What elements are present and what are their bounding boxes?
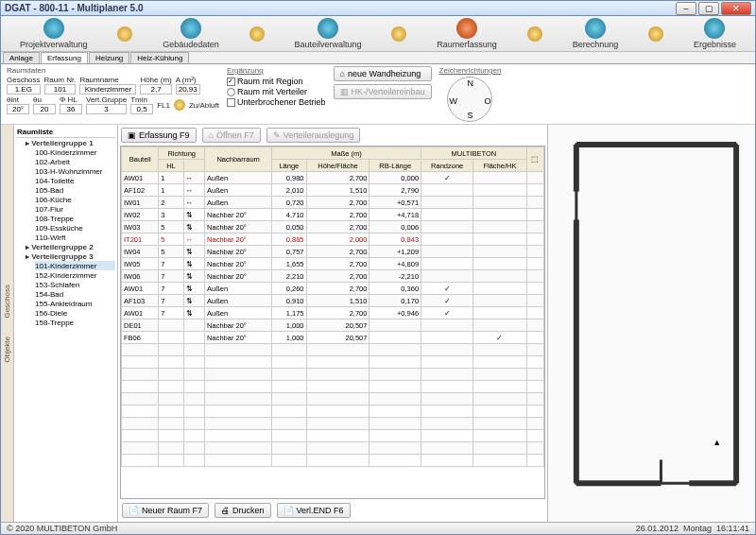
- maximize-button[interactable]: ▢: [698, 2, 719, 15]
- table-row[interactable]: AW017⇅Außen1,1752,700+0,946✓: [122, 307, 544, 319]
- ribbon-bauteil[interactable]: Bauteilverwaltung: [295, 18, 362, 49]
- section-title: Raumdaten: [7, 66, 219, 75]
- capture-icon: ▣: [128, 130, 136, 140]
- ribbon-berechnung[interactable]: Berechnung: [573, 18, 619, 49]
- globe-icon: [180, 18, 201, 39]
- phi-field[interactable]: 36: [60, 104, 82, 114]
- geschoss-field[interactable]: 1.EG: [7, 84, 41, 95]
- btn-oeffnen-f7[interactable]: ⌂Öffnen F7: [202, 128, 261, 143]
- btn-drucken[interactable]: 🖨Drucken: [215, 503, 271, 518]
- tab-heizkuehlung[interactable]: Heiz-Kühlung: [130, 52, 189, 63]
- btn-neuer-raum[interactable]: 📄Neuer Raum F7: [122, 503, 209, 518]
- globe-icon: [585, 18, 606, 39]
- vtab-objekte[interactable]: Objekte: [3, 337, 11, 363]
- opt-unterbrochen[interactable]: Unterbrochener Betrieb: [227, 97, 326, 107]
- opt-region[interactable]: ✓Raum mit Region: [227, 77, 326, 86]
- floor-plan[interactable]: ▲: [547, 125, 755, 522]
- tree-group[interactable]: ▸ Verteilergruppe 1: [26, 138, 115, 147]
- parameter-panel: Raumdaten Geschoss1.EG Raum Nr.101 Raumn…: [1, 64, 755, 125]
- print-icon: 🖨: [221, 506, 230, 515]
- tree-item[interactable]: 155-Ankleidraum: [35, 299, 115, 308]
- tree-item[interactable]: 101-Kinderzimmer: [35, 261, 115, 270]
- ribbon-projekt[interactable]: Projektverwaltung: [20, 18, 88, 49]
- house-icon: ⌂: [340, 69, 345, 78]
- raumname-field[interactable]: Kinderzimmer: [79, 84, 136, 95]
- btn-verlend[interactable]: 📄Verl.END F6: [277, 503, 351, 518]
- ribbon-gebaeude[interactable]: Gebäudedaten: [163, 18, 219, 49]
- ribbon-sep-icon: [117, 26, 132, 42]
- hoehe-field[interactable]: 2,7: [140, 84, 171, 95]
- btn-verteiler[interactable]: ✎Verteilerauslegung: [266, 128, 361, 143]
- table-row[interactable]: IW045⇅Nachbar 20°0,7572,700+1,209: [122, 246, 544, 258]
- tree-item[interactable]: 107-Flur: [35, 204, 115, 214]
- tree-item[interactable]: 108-Treppe: [35, 214, 115, 223]
- tree-item[interactable]: 103-H-Wohnzimmer: [35, 166, 115, 176]
- area-field[interactable]: 20,93: [176, 84, 200, 95]
- table-row[interactable]: IW067⇅Nachbar 20°2,2102,700-2,210: [122, 270, 544, 283]
- ribbon-raum[interactable]: Raumerfassung: [437, 18, 497, 49]
- btn-erfassung-f9[interactable]: ▣Erfassung F9: [121, 128, 197, 143]
- tree-item[interactable]: 102-Arbeit: [35, 157, 115, 166]
- tree-item[interactable]: 106-Küche: [35, 195, 115, 204]
- tree-item[interactable]: 110-Wirft: [35, 233, 115, 242]
- tmin-field[interactable]: 0,5: [130, 104, 153, 114]
- tree-item[interactable]: 158-Treppe: [35, 318, 115, 327]
- tree-item[interactable]: 152-Kinderzimmer: [35, 270, 115, 280]
- gear-icon[interactable]: [174, 99, 185, 111]
- table-row[interactable]: IW012↔Außen0,7202,700+0,571: [122, 197, 544, 209]
- table-row[interactable]: DE01Nachbar 20°1,00020,507: [122, 319, 544, 332]
- vertical-tabstrip: Geschoss Objekte: [1, 125, 14, 522]
- ribbon-sep-icon: [527, 26, 542, 42]
- tree-item[interactable]: 156-Diele: [35, 308, 115, 318]
- table-row[interactable]: AW017⇅Außen0,2602,7000,360✓: [122, 283, 544, 295]
- radiator-icon: ▥: [340, 87, 349, 96]
- tree-group[interactable]: ▸ Verteilergruppe 3: [26, 251, 115, 261]
- tree-group[interactable]: ▸ Verteilergruppe 2: [26, 242, 115, 251]
- ou-field[interactable]: 20: [33, 104, 56, 114]
- tree-item[interactable]: 153-Schlafen: [35, 280, 115, 289]
- ribbon-sep-icon: [249, 26, 265, 42]
- close-button[interactable]: ✕: [721, 2, 751, 15]
- table-row[interactable]: IW035⇅Nachbar 20°0,0502,7000,006: [122, 221, 544, 233]
- globe-icon: [704, 18, 725, 39]
- file-icon: 📄: [284, 506, 294, 515]
- ot-field[interactable]: 20°: [7, 104, 29, 114]
- svg-rect-0: [576, 145, 736, 483]
- vtab-geschoss[interactable]: Geschoss: [3, 285, 11, 319]
- btn-hk-verteiler[interactable]: ▥HK-/Verteilereinbau: [334, 84, 432, 99]
- page-icon: 📄: [129, 506, 139, 515]
- ribbon-sep-icon: [391, 26, 406, 42]
- table-row[interactable]: IW057⇅Nachbar 20°1,6552,700+4,809: [122, 258, 544, 270]
- compass-widget[interactable]: NS WO: [447, 77, 492, 122]
- tree-item[interactable]: 109-Essküche: [35, 223, 115, 233]
- btn-wandheizung[interactable]: ⌂neue Wandheizung: [334, 66, 432, 81]
- copyright: © 2020 MULTIBETON GmbH: [7, 524, 117, 533]
- table-row[interactable]: AF1037⇅Außen0,9101,5100,170✓: [122, 295, 544, 307]
- raumnr-field[interactable]: 101: [44, 84, 77, 95]
- vg-field[interactable]: 3: [86, 104, 127, 114]
- opt-verteiler[interactable]: Raum mit Verteiler: [227, 87, 326, 96]
- table-row[interactable]: IT2015↔Nachbar 20°0,8852,0000,843: [122, 233, 544, 246]
- ribbon-ergebnisse[interactable]: Ergebnisse: [694, 18, 736, 49]
- bauteil-table[interactable]: Bauteil Richtung Nachbarraum Maße (m) MU…: [120, 146, 545, 499]
- tree-item[interactable]: 100-Kinderzimmer: [35, 147, 115, 157]
- tree-item[interactable]: 105-Bad: [35, 185, 115, 195]
- tab-erfassung[interactable]: Erfassung: [41, 52, 88, 63]
- minimize-button[interactable]: –: [676, 2, 696, 15]
- room-tree: Raumliste ▸ Verteilergruppe 1100-Kinderz…: [14, 125, 118, 522]
- tree-item[interactable]: 154-Bad: [35, 289, 115, 299]
- table-row[interactable]: AF1021↔Außen2,0101,5102,790: [122, 184, 544, 197]
- tab-heizung[interactable]: Heizung: [89, 52, 129, 63]
- table-row[interactable]: FB06Nachbar 20°1,00020,507✓: [122, 332, 544, 344]
- wrench-icon: ✎: [273, 130, 281, 140]
- titlebar: DGAT - 800-11 - Multiplaner 5.0 – ▢ ✕: [1, 1, 755, 16]
- globe-icon: [456, 18, 477, 39]
- table-row[interactable]: IW023⇅Nachbar 20°4,7102,700+4,718: [122, 209, 544, 221]
- table-row[interactable]: AW011↔Außen0,9802,7000,000✓: [122, 172, 544, 184]
- sub-tabs: Anlage Erfassung Heizung Heiz-Kühlung: [1, 52, 755, 64]
- ribbon-toolbar: Projektverwaltung Gebäudedaten Bauteilve…: [1, 16, 755, 52]
- tree-item[interactable]: 104-Toilette: [35, 176, 115, 185]
- tab-anlage[interactable]: Anlage: [3, 52, 40, 63]
- globe-icon: [43, 18, 64, 39]
- app-window: DGAT - 800-11 - Multiplaner 5.0 – ▢ ✕ Pr…: [0, 0, 756, 535]
